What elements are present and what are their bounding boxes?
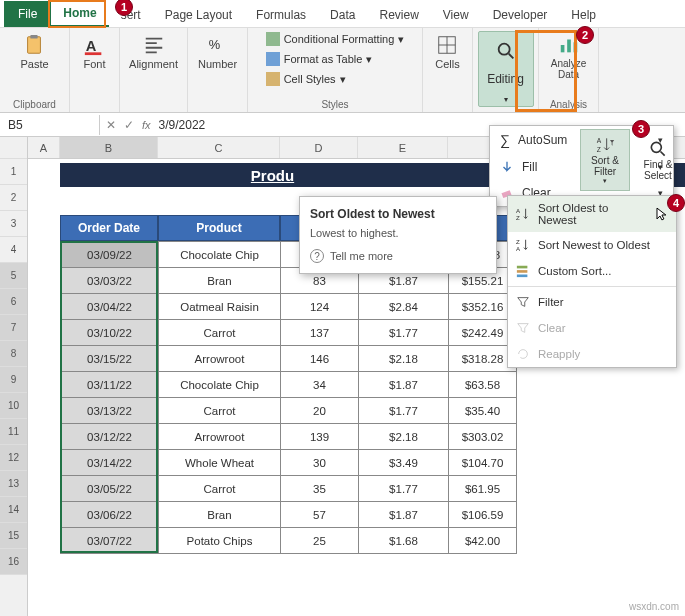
cell-date[interactable]: 03/14/22 (61, 450, 159, 476)
cell-qty[interactable]: 20 (281, 398, 359, 424)
col-header[interactable]: D (280, 137, 358, 158)
cell-total[interactable]: $61.95 (449, 476, 517, 502)
row-header[interactable]: 9 (0, 367, 27, 393)
row-header[interactable]: 10 (0, 393, 27, 419)
tab-data[interactable]: Data (318, 3, 367, 27)
col-header[interactable]: E (358, 137, 448, 158)
cell-product[interactable]: Arrowroot (159, 424, 281, 450)
cell-qty[interactable]: 25 (281, 528, 359, 554)
confirm-icon[interactable]: ✓ (124, 118, 134, 132)
cell-product[interactable]: Bran (159, 268, 281, 294)
cell-total[interactable]: $106.59 (449, 502, 517, 528)
cell-qty[interactable]: 34 (281, 372, 359, 398)
tab-file[interactable]: File (4, 1, 51, 27)
name-box[interactable]: B5 (0, 115, 100, 135)
cell-date[interactable]: 03/15/22 (61, 346, 159, 372)
conditional-formatting[interactable]: Conditional Formatting ▾ (266, 32, 405, 46)
paste-button[interactable]: Paste (16, 32, 52, 72)
tab-help[interactable]: Help (559, 3, 608, 27)
cell-price[interactable]: $3.49 (359, 450, 449, 476)
cell-date[interactable]: 03/10/22 (61, 320, 159, 346)
header-product[interactable]: Product (158, 215, 280, 241)
custom-sort[interactable]: Custom Sort... (508, 258, 676, 284)
tab-review[interactable]: Review (367, 3, 430, 27)
cell-date[interactable]: 03/12/22 (61, 424, 159, 450)
formula-input[interactable]: 3/9/2022 (159, 118, 206, 132)
cell-styles[interactable]: Cell Styles ▾ (266, 72, 405, 86)
cell-qty[interactable]: 146 (281, 346, 359, 372)
cell-product[interactable]: Whole Wheat (159, 450, 281, 476)
row-header[interactable]: 11 (0, 419, 27, 445)
col-header[interactable]: C (158, 137, 280, 158)
cell-date[interactable]: 03/03/22 (61, 268, 159, 294)
col-header[interactable]: A (28, 137, 60, 158)
cell-qty[interactable]: 137 (281, 320, 359, 346)
cell-qty[interactable]: 35 (281, 476, 359, 502)
cell-qty[interactable]: 124 (281, 294, 359, 320)
editing-button[interactable]: Editing ▾ (478, 31, 534, 107)
cell-product[interactable]: Potato Chips (159, 528, 281, 554)
row-header[interactable]: 1 (0, 159, 27, 185)
tell-me-more[interactable]: ?Tell me more (310, 249, 486, 263)
cell-price[interactable]: $1.77 (359, 476, 449, 502)
row-header[interactable]: 12 (0, 445, 27, 471)
cell-qty[interactable]: 57 (281, 502, 359, 528)
alignment-button[interactable]: Alignment (125, 32, 182, 72)
row-header[interactable]: 13 (0, 471, 27, 497)
row-header[interactable]: 15 (0, 523, 27, 549)
cells-button[interactable]: Cells (431, 32, 463, 72)
fx-icon[interactable]: fx (142, 119, 151, 131)
cell-date[interactable]: 03/05/22 (61, 476, 159, 502)
row-header[interactable]: 4 (0, 237, 27, 263)
cell-product[interactable]: Arrowroot (159, 346, 281, 372)
cell-price[interactable]: $1.77 (359, 398, 449, 424)
cancel-icon[interactable]: ✕ (106, 118, 116, 132)
sort-newest-oldest[interactable]: ZA Sort Newest to Oldest (508, 232, 676, 258)
row-header[interactable]: 2 (0, 185, 27, 211)
row-header[interactable]: 6 (0, 289, 27, 315)
cell-product[interactable]: Chocolate Chip (159, 242, 281, 268)
col-header[interactable]: B (60, 137, 158, 158)
tab-formulas[interactable]: Formulas (244, 3, 318, 27)
cell-total[interactable]: $42.00 (449, 528, 517, 554)
number-button[interactable]: % Number (194, 32, 241, 72)
header-order-date[interactable]: Order Date (60, 215, 158, 241)
cell-total[interactable]: $104.70 (449, 450, 517, 476)
cell-total[interactable]: $35.40 (449, 398, 517, 424)
cell-product[interactable]: Chocolate Chip (159, 372, 281, 398)
cell-product[interactable]: Oatmeal Raisin (159, 294, 281, 320)
cell-date[interactable]: 03/04/22 (61, 294, 159, 320)
cell-date[interactable]: 03/13/22 (61, 398, 159, 424)
cell-price[interactable]: $1.68 (359, 528, 449, 554)
cell-product[interactable]: Carrot (159, 320, 281, 346)
cell-total[interactable]: $303.02 (449, 424, 517, 450)
cell-product[interactable]: Bran (159, 502, 281, 528)
find-select-button[interactable]: Find & Select (634, 129, 682, 191)
cell-date[interactable]: 03/09/22 (61, 242, 159, 268)
cell-price[interactable]: $2.18 (359, 346, 449, 372)
cell-price[interactable]: $1.87 (359, 372, 449, 398)
row-header[interactable]: 3 (0, 211, 27, 237)
sort-oldest-newest[interactable]: AZ Sort Oldest to Newest (508, 196, 676, 232)
tab-page-layout[interactable]: Page Layout (153, 3, 244, 27)
cell-product[interactable]: Carrot (159, 476, 281, 502)
tab-home[interactable]: Home (51, 1, 108, 27)
cell-date[interactable]: 03/07/22 (61, 528, 159, 554)
cell-qty[interactable]: 139 (281, 424, 359, 450)
format-as-table[interactable]: Format as Table ▾ (266, 52, 405, 66)
row-header[interactable]: 14 (0, 497, 27, 523)
cell-date[interactable]: 03/11/22 (61, 372, 159, 398)
cell-price[interactable]: $1.77 (359, 320, 449, 346)
cell-product[interactable]: Carrot (159, 398, 281, 424)
sort-filter-button[interactable]: AZ Sort & Filter▾ (580, 129, 630, 191)
font-button[interactable]: A Font (79, 32, 109, 72)
tab-developer[interactable]: Developer (481, 3, 560, 27)
tab-view[interactable]: View (431, 3, 481, 27)
cell-price[interactable]: $1.87 (359, 502, 449, 528)
cell-qty[interactable]: 30 (281, 450, 359, 476)
cell-date[interactable]: 03/06/22 (61, 502, 159, 528)
filter-item[interactable]: Filter (508, 289, 676, 315)
row-header[interactable]: 16 (0, 549, 27, 575)
row-header[interactable]: 5 (0, 263, 27, 289)
cell-total[interactable]: $63.58 (449, 372, 517, 398)
